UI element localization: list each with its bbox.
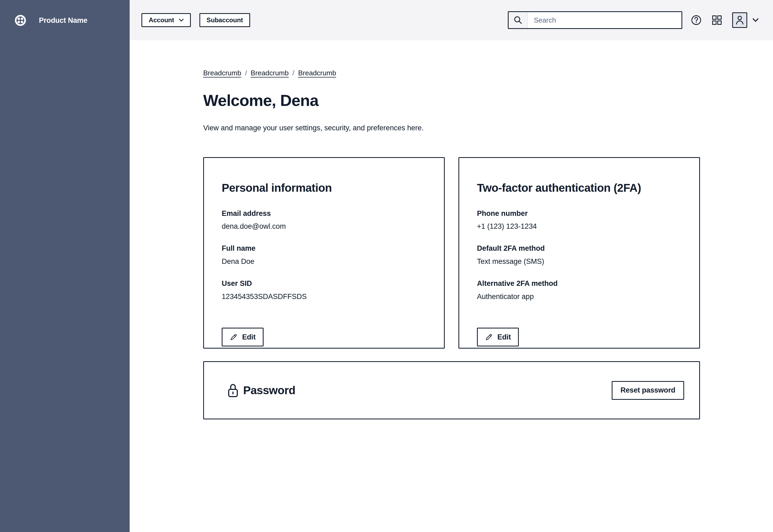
help-button[interactable] <box>691 15 702 25</box>
apps-grid-button[interactable] <box>712 15 722 25</box>
field-label: Phone number <box>477 209 682 218</box>
chevron-down-icon <box>753 18 759 22</box>
product-name: Product Name <box>39 16 87 25</box>
reset-password-button[interactable]: Reset password <box>612 381 684 400</box>
edit-two-factor-authentication-button[interactable]: Edit <box>477 328 519 346</box>
account-button-label: Account <box>149 16 174 24</box>
page-subtitle: View and manage your user settings, secu… <box>203 124 773 132</box>
page-content: Breadcrumb / Breadcrumb / Breadcrumb Wel… <box>130 40 773 419</box>
field-full-name: Full name Dena Doe <box>222 244 426 266</box>
field-label: Default 2FA method <box>477 244 682 253</box>
breadcrumb-link-2[interactable]: Breadcrumb <box>251 69 289 77</box>
field-label: Email address <box>222 209 426 218</box>
field-label: Alternative 2FA method <box>477 279 682 288</box>
pencil-icon <box>485 333 493 341</box>
field-user-sid: User SID 123454353SDASDFFSDS <box>222 279 426 301</box>
breadcrumb-link-3[interactable]: Breadcrumb <box>298 69 336 77</box>
edit-button-label: Edit <box>497 333 511 341</box>
password-title-group: Password <box>228 383 295 398</box>
personal-information-title: Personal information <box>222 182 426 194</box>
cards-row: Personal information Email address dena.… <box>203 157 773 349</box>
field-value: Text message (SMS) <box>477 257 682 266</box>
breadcrumb-separator: / <box>245 69 247 77</box>
field-value: Dena Doe <box>222 257 426 266</box>
lock-icon <box>228 383 238 398</box>
field-value: Authenticator app <box>477 292 682 301</box>
edit-button-label: Edit <box>242 333 256 341</box>
field-label: User SID <box>222 279 426 288</box>
password-card: Password Reset password <box>203 361 700 419</box>
field-label: Full name <box>222 244 426 253</box>
breadcrumb-link-1[interactable]: Breadcrumb <box>203 69 241 77</box>
user-icon <box>736 16 744 25</box>
chevron-down-icon <box>179 19 183 22</box>
apps-grid-icon <box>712 15 722 25</box>
sidebar: Product Name <box>0 0 130 532</box>
field-value: 123454353SDASDFFSDS <box>222 292 426 301</box>
product-logo-icon <box>15 15 26 26</box>
user-avatar-button[interactable] <box>732 12 747 28</box>
main-column: Account Subaccount <box>130 0 773 532</box>
user-menu-chevron-button[interactable] <box>753 18 759 22</box>
page-title: Welcome, Dena <box>203 91 773 110</box>
field-value: +1 (123) 123-1234 <box>477 222 682 231</box>
search-icon <box>509 12 528 28</box>
field-value: dena.doe@owl.com <box>222 222 426 231</box>
search-input[interactable] <box>528 12 682 28</box>
password-title: Password <box>243 384 295 397</box>
topbar: Account Subaccount <box>130 0 773 40</box>
pencil-icon <box>230 333 238 341</box>
search-box <box>508 11 682 29</box>
two-factor-authentication-title: Two-factor authentication (2FA) <box>477 182 682 194</box>
field-alternative-2fa-method: Alternative 2FA method Authenticator app <box>477 279 682 301</box>
app-root: Product Name Account Subaccount <box>0 0 773 532</box>
field-email: Email address dena.doe@owl.com <box>222 209 426 231</box>
reset-password-button-label: Reset password <box>621 386 675 394</box>
edit-personal-information-button[interactable]: Edit <box>222 328 264 346</box>
field-default-2fa-method: Default 2FA method Text message (SMS) <box>477 244 682 266</box>
brand-home-link[interactable]: Product Name <box>0 0 130 26</box>
subaccount-button[interactable]: Subaccount <box>200 13 250 27</box>
help-icon <box>691 15 702 25</box>
account-button[interactable]: Account <box>141 13 191 27</box>
field-phone-number: Phone number +1 (123) 123-1234 <box>477 209 682 231</box>
breadcrumb: Breadcrumb / Breadcrumb / Breadcrumb <box>203 69 773 77</box>
two-factor-authentication-card: Two-factor authentication (2FA) Phone nu… <box>458 157 700 349</box>
personal-information-card: Personal information Email address dena.… <box>203 157 445 349</box>
subaccount-button-label: Subaccount <box>207 16 243 24</box>
breadcrumb-separator: / <box>292 69 294 77</box>
